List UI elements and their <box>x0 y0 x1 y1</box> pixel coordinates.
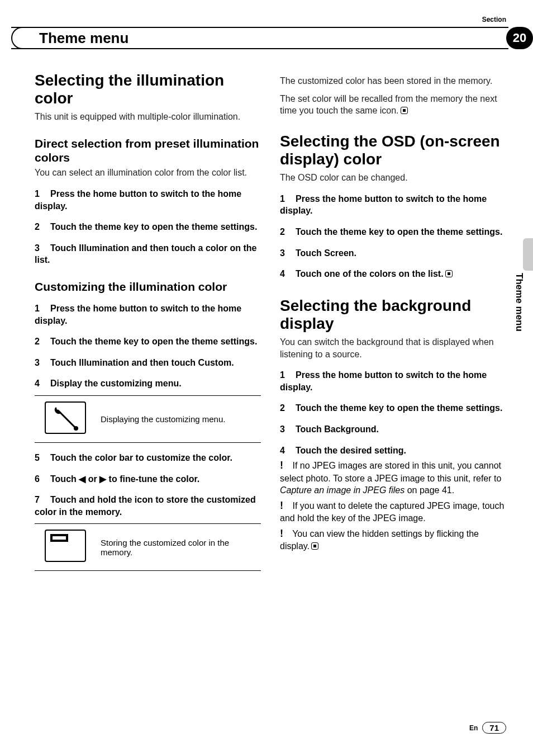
step-item: 2Touch the theme key to open the theme s… <box>35 221 261 233</box>
end-mark-icon <box>445 270 453 277</box>
step-item: 1Press the home button to switch to the … <box>35 303 261 327</box>
memo-icon <box>45 530 86 562</box>
step-item: 7Touch and hold the icon to store the cu… <box>35 494 261 518</box>
cross-ref: Capture an image in JPEG files <box>280 485 404 495</box>
intro-text: This unit is equipped with multiple-colo… <box>35 111 261 123</box>
heading-customizing: Customizing the illumination color <box>35 280 261 294</box>
step-item: 2Touch the theme key to open the theme s… <box>35 336 261 348</box>
bullet-item: ! You can view the hidden settings by fl… <box>280 527 506 552</box>
step-item: 2Touch the theme key to open the theme s… <box>280 226 506 238</box>
icon-table-customizing: Displaying the customizing menu. <box>35 395 261 443</box>
page-title: Theme menu <box>34 30 134 47</box>
step-item: 5Touch the color bar to customize the co… <box>35 452 261 464</box>
step-item: 4Touch one of the colors on the list. <box>280 268 506 280</box>
bullet-icon: ! <box>280 527 290 540</box>
footer-lang: En <box>469 724 478 732</box>
right-column: The customized color has been stored in … <box>280 72 506 706</box>
end-mark-icon <box>401 107 408 114</box>
icon-caption: Storing the customized color in the memo… <box>96 524 261 571</box>
manual-page: Section Theme menu 20 Theme menu Selecti… <box>0 0 533 756</box>
icon-caption: Displaying the customizing menu. <box>96 396 261 443</box>
left-column: Selecting the illumination color This un… <box>35 72 261 706</box>
bullet-item: ! If you want to delete the captured JPE… <box>280 499 506 525</box>
section-label: Section <box>482 16 506 23</box>
step-item: 2Touch the theme key to open the theme s… <box>280 402 506 414</box>
background-intro: You can switch the background that is di… <box>280 336 506 360</box>
side-tab-stub <box>523 238 533 271</box>
heading-osd-color: Selecting the OSD (on-screen display) co… <box>280 133 506 168</box>
end-mark-icon <box>311 542 318 550</box>
step-item: 1Press the home button to switch to the … <box>35 188 261 212</box>
page-footer: En 71 <box>469 722 506 734</box>
osd-intro: The OSD color can be changed. <box>280 172 506 184</box>
side-tab: Theme menu <box>512 238 526 367</box>
icon-table-memo: Storing the customized color in the memo… <box>35 523 261 571</box>
step-item: 4Display the customizing menu. <box>35 377 261 390</box>
step-item: 6Touch ◀ or ▶ to fine-tune the color. <box>35 473 261 485</box>
step-item: 3Touch Illumination and then touch Custo… <box>35 357 261 369</box>
step-item: 3Touch Illumination and then touch a col… <box>35 242 261 266</box>
step-item: 1Press the home button to switch to the … <box>280 193 506 217</box>
wrench-icon <box>45 401 86 434</box>
page-header: Theme menu 20 <box>11 27 533 49</box>
memory-stored-text: The customized color has been stored in … <box>280 75 506 87</box>
heading-background-display: Selecting the background display <box>280 297 506 333</box>
bullet-item: ! If no JPEG images are stored in this u… <box>280 459 506 496</box>
step-item: 1Press the home button to switch to the … <box>280 369 506 393</box>
step-item: 4Touch the desired setting. <box>280 445 506 457</box>
section-number-badge: 20 <box>506 27 533 49</box>
table-row: Displaying the customizing menu. <box>35 396 261 443</box>
bullet-icon: ! <box>280 499 290 512</box>
recall-text: The set color will be recalled from the … <box>280 93 506 117</box>
heading-illumination-color: Selecting the illumination color <box>35 72 261 107</box>
step-item: 3Touch Background. <box>280 423 506 436</box>
svg-point-0 <box>74 426 78 431</box>
heading-direct-selection: Direct selection from preset illuminatio… <box>35 136 261 164</box>
footer-page-number: 71 <box>482 722 506 734</box>
step-item: 3Touch Screen. <box>280 247 506 259</box>
table-row: Storing the customized color in the memo… <box>35 524 261 571</box>
bullet-icon: ! <box>280 459 290 472</box>
direct-selection-intro: You can select an illumination color fro… <box>35 167 261 179</box>
